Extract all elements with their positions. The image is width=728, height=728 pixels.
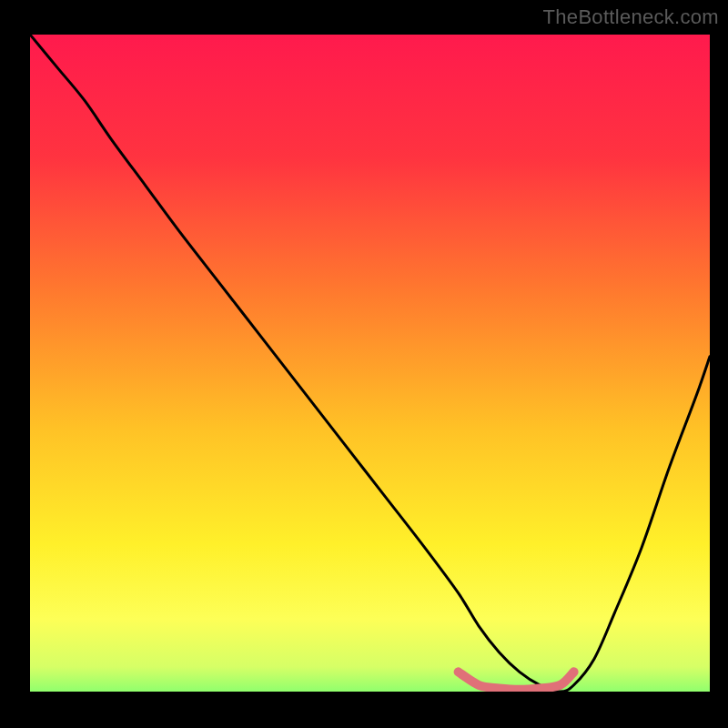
trough-markers <box>459 672 574 689</box>
curve-layer <box>30 35 710 692</box>
watermark-text: TheBottleneck.com <box>543 5 719 29</box>
plot-area <box>30 35 710 692</box>
main-curve <box>30 35 710 692</box>
